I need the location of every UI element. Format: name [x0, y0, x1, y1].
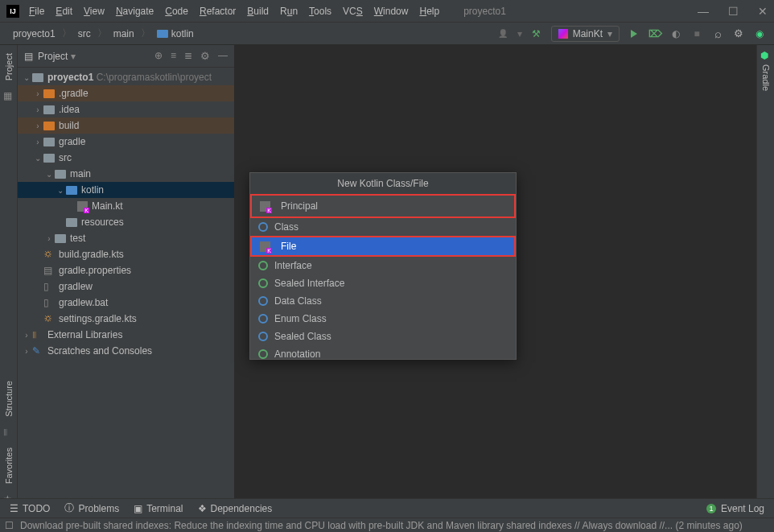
- menu-build[interactable]: Build: [247, 6, 269, 17]
- tree-node-main-kt[interactable]: Main.kt: [18, 198, 234, 214]
- project-panel: ▤ Project ▾ ⊕ ≡ ≣ — ⌄ proyecto1 C:\progr…: [18, 45, 235, 505]
- menu-help[interactable]: Help: [419, 6, 439, 17]
- tree-node-resources[interactable]: resources: [18, 214, 234, 230]
- menu-tools[interactable]: Tools: [309, 6, 331, 17]
- tab-dependencies[interactable]: ❖Dependencies: [198, 503, 273, 514]
- menu-refactor[interactable]: Refactor: [200, 6, 236, 17]
- menu-code[interactable]: Code: [165, 6, 188, 17]
- main-menu: File Edit View Navigate Code Refactor Bu…: [29, 6, 439, 17]
- status-message: Download pre-built shared indexes: Reduc…: [20, 520, 769, 531]
- tree-root[interactable]: ⌄ proyecto1 C:\programaskotlin\proyect: [18, 69, 234, 85]
- tree-node-build-gradle[interactable]: ⛭build.gradle.kts: [18, 246, 234, 262]
- project-panel-header: ▤ Project ▾ ⊕ ≡ ≣ —: [18, 45, 234, 68]
- bottom-tool-bar: ☰TODO ⓘProblems ▣Terminal ❖Dependencies …: [0, 498, 774, 518]
- tree-node-test[interactable]: ›test: [18, 230, 234, 246]
- popup-type-list: Class File Interface Sealed Interface Da…: [250, 218, 516, 359]
- minimize-button[interactable]: —: [698, 5, 709, 18]
- search-everywhere-icon[interactable]: [711, 27, 724, 40]
- tab-project[interactable]: Project: [4, 50, 14, 84]
- hide-panel-icon[interactable]: —: [218, 50, 228, 62]
- navigation-bar: proyecto1〉 src〉 main〉 kotlin ▾ MainKt ▾ …: [0, 23, 774, 45]
- tab-terminal[interactable]: ▣Terminal: [134, 503, 183, 514]
- build-icon[interactable]: [530, 27, 543, 40]
- tree-node-build[interactable]: ›build: [18, 118, 234, 134]
- new-kotlin-file-popup: New Kotlin Class/File Class File Interfa…: [249, 172, 517, 360]
- class-icon: [258, 314, 268, 324]
- menu-navigate[interactable]: Navigate: [116, 6, 154, 17]
- crumb-kotlin[interactable]: kotlin: [154, 27, 197, 41]
- tool-window-icon[interactable]: ▦: [3, 90, 14, 101]
- menu-window[interactable]: Window: [374, 6, 409, 17]
- popup-item-enum-class[interactable]: Enum Class: [250, 310, 516, 328]
- run-config-label: MainKt: [573, 28, 603, 39]
- popup-item-data-class[interactable]: Data Class: [250, 292, 516, 310]
- menu-view[interactable]: View: [84, 6, 105, 17]
- maximize-button[interactable]: ☐: [728, 5, 739, 18]
- tree-node-external-libraries[interactable]: ›⫴External Libraries: [18, 327, 234, 343]
- interface-icon: [258, 278, 268, 288]
- ide-icon[interactable]: ◉: [753, 27, 766, 40]
- crumb-src[interactable]: src: [75, 27, 94, 41]
- code-with-me-icon[interactable]: [496, 27, 509, 40]
- run-button[interactable]: [628, 27, 640, 40]
- collapse-all-icon[interactable]: ≣: [184, 50, 192, 62]
- tab-problems[interactable]: ⓘProblems: [64, 501, 119, 515]
- notification-badge: 1: [706, 504, 716, 513]
- popup-item-sealed-class[interactable]: Sealed Class: [250, 328, 516, 345]
- tab-structure[interactable]: Structure: [4, 377, 14, 420]
- toolbar-right: ▾ MainKt ▾ ⌦ ◐ ■ ◉: [496, 26, 774, 42]
- settings-icon[interactable]: [732, 27, 745, 40]
- tree-node-gradlew-bat[interactable]: ▯gradlew.bat: [18, 295, 234, 311]
- tree-node-gradle-properties[interactable]: ▤gradle.properties: [18, 262, 234, 278]
- tree-node-idea[interactable]: ›.idea: [18, 101, 234, 118]
- expand-all-icon[interactable]: ≡: [171, 50, 176, 62]
- popup-item-annotation[interactable]: Annotation: [250, 345, 516, 359]
- tab-favorites[interactable]: Favorites: [4, 444, 14, 487]
- tab-todo[interactable]: ☰TODO: [10, 503, 50, 514]
- tree-node-main[interactable]: ⌄main: [18, 166, 234, 182]
- debug-button[interactable]: ⌦: [648, 27, 661, 40]
- menu-file[interactable]: File: [29, 6, 44, 17]
- kotlin-file-icon: [77, 201, 88, 212]
- tree-node-scratches[interactable]: ›✎Scratches and Consoles: [18, 343, 234, 359]
- tree-node-settings-gradle[interactable]: ⛭settings.gradle.kts: [18, 311, 234, 327]
- coverage-button[interactable]: ◐: [669, 27, 682, 40]
- project-view-icon: ▤: [24, 51, 33, 62]
- left-strip-bottom: Structure ⫴ Favorites ★: [0, 377, 18, 505]
- popup-item-interface[interactable]: Interface: [250, 257, 516, 274]
- tree-node-src[interactable]: ⌄src: [18, 150, 234, 166]
- gradle-tool-icon[interactable]: ⬢: [760, 50, 772, 61]
- tab-event-log[interactable]: Event Log: [721, 503, 764, 514]
- close-button[interactable]: ✕: [758, 5, 768, 18]
- app-icon: IJ: [6, 5, 19, 18]
- crumb-project[interactable]: proyecto1: [10, 27, 59, 41]
- menu-run[interactable]: Run: [280, 6, 298, 17]
- menu-vcs[interactable]: VCS: [343, 6, 363, 17]
- panel-settings-icon[interactable]: [200, 50, 210, 62]
- tree-node-gradle-dot[interactable]: ›.gradle: [18, 85, 234, 101]
- crumb-main[interactable]: main: [110, 27, 138, 41]
- tree-node-kotlin[interactable]: ⌄kotlin: [18, 182, 234, 198]
- project-view-selector[interactable]: Project ▾: [38, 51, 76, 62]
- run-config-selector[interactable]: MainKt ▾: [551, 26, 620, 42]
- popup-item-sealed-interface[interactable]: Sealed Interface: [250, 274, 516, 292]
- tree-node-gradlew[interactable]: ▯gradlew: [18, 278, 234, 295]
- select-opened-file-icon[interactable]: ⊕: [154, 50, 163, 62]
- project-tree[interactable]: ⌄ proyecto1 C:\programaskotlin\proyect ›…: [18, 68, 234, 505]
- class-icon: [258, 332, 268, 341]
- window-controls: — ☐ ✕: [698, 5, 768, 18]
- tree-node-gradle[interactable]: ›gradle: [18, 134, 234, 150]
- popup-item-file[interactable]: File: [250, 236, 516, 257]
- new-file-name-input[interactable]: [281, 200, 506, 212]
- tab-gradle[interactable]: Gradle: [761, 61, 771, 94]
- kotlin-icon: [558, 29, 568, 39]
- title-bar: IJ File Edit View Navigate Code Refactor…: [0, 0, 774, 23]
- kotlin-file-icon: [260, 201, 270, 212]
- annotation-icon: [258, 349, 268, 359]
- class-icon: [258, 296, 268, 306]
- popup-item-class[interactable]: Class: [250, 218, 516, 236]
- stop-button[interactable]: ■: [690, 27, 703, 40]
- tool-windows-icon[interactable]: ☐: [5, 520, 14, 531]
- kotlin-file-icon: [260, 241, 270, 252]
- menu-edit[interactable]: Edit: [56, 6, 72, 17]
